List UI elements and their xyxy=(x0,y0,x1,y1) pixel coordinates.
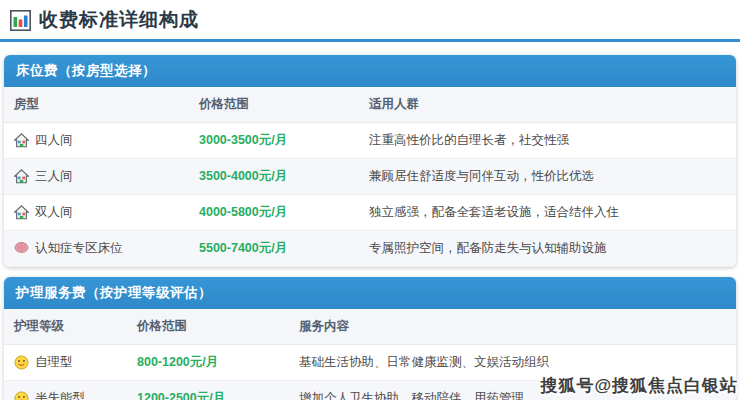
house-icon xyxy=(14,133,29,148)
bar-chart-icon xyxy=(10,10,31,31)
care-level-label: 半失能型 xyxy=(35,390,85,400)
column-header-audience: 适用人群 xyxy=(359,87,736,123)
price-value: 1200-2500元/月 xyxy=(127,381,289,400)
room-type-label: 四人间 xyxy=(35,132,73,149)
column-header-care-level: 护理等级 xyxy=(4,309,127,345)
main-content: 床位费（按房型选择） 房型 价格范围 适用人群 四人间 3000-3500元/月… xyxy=(0,55,740,400)
page-title: 收费标准详细构成 xyxy=(39,7,199,33)
house-icon xyxy=(14,169,29,184)
page-header: 收费标准详细构成 xyxy=(0,0,740,42)
audience-text: 独立感强，配备全套适老设施，适合结伴入住 xyxy=(359,195,736,231)
room-type-label: 三人间 xyxy=(35,168,73,185)
bed-fee-panel: 床位费（按房型选择） 房型 价格范围 适用人群 四人间 3000-3500元/月… xyxy=(4,55,736,267)
brain-icon xyxy=(14,241,29,256)
room-type-label: 认知症专区床位 xyxy=(35,240,123,257)
bed-fee-section-title: 床位费（按房型选择） xyxy=(4,55,736,87)
care-level-label: 自理型 xyxy=(35,354,73,371)
column-header-services: 服务内容 xyxy=(289,309,736,345)
price-value: 3000-3500元/月 xyxy=(189,123,359,159)
bed-fee-table: 房型 价格范围 适用人群 四人间 3000-3500元/月 注重高性价比的自理长… xyxy=(4,87,736,267)
care-fee-section-title: 护理服务费（按护理等级评估） xyxy=(4,277,736,309)
smiley-icon xyxy=(14,391,29,400)
audience-text: 注重高性价比的自理长者，社交性强 xyxy=(359,123,736,159)
care-fee-header-row: 护理等级 价格范围 服务内容 xyxy=(4,309,736,345)
fee-structure-page: 收费标准详细构成 床位费（按房型选择） 房型 价格范围 适用人群 四人间 300 xyxy=(0,0,740,400)
room-type-label: 双人间 xyxy=(35,204,73,221)
column-header-price-range: 价格范围 xyxy=(127,309,289,345)
price-value: 4000-5800元/月 xyxy=(189,195,359,231)
column-header-price-range: 价格范围 xyxy=(189,87,359,123)
table-row: 认知症专区床位 5500-7400元/月 专属照护空间，配备防走失与认知辅助设施 xyxy=(4,231,736,267)
watermark: 搜狐号@搜狐焦点白银站 xyxy=(540,374,738,397)
smiley-icon xyxy=(14,355,29,370)
table-row: 三人间 3500-4000元/月 兼顾居住舒适度与同伴互动，性价比优选 xyxy=(4,159,736,195)
audience-text: 专属照护空间，配备防走失与认知辅助设施 xyxy=(359,231,736,267)
column-header-room-type: 房型 xyxy=(4,87,189,123)
price-value: 3500-4000元/月 xyxy=(189,159,359,195)
price-value: 5500-7400元/月 xyxy=(189,231,359,267)
table-row: 双人间 4000-5800元/月 独立感强，配备全套适老设施，适合结伴入住 xyxy=(4,195,736,231)
price-value: 800-1200元/月 xyxy=(127,345,289,381)
table-row: 四人间 3000-3500元/月 注重高性价比的自理长者，社交性强 xyxy=(4,123,736,159)
bed-fee-header-row: 房型 价格范围 适用人群 xyxy=(4,87,736,123)
audience-text: 兼顾居住舒适度与同伴互动，性价比优选 xyxy=(359,159,736,195)
house-icon xyxy=(14,205,29,220)
